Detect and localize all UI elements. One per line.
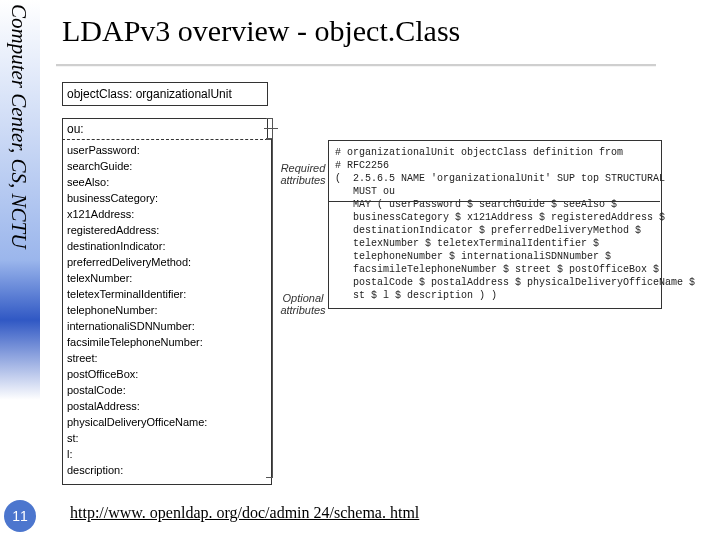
title-divider [56, 64, 656, 66]
org-name-vertical: Computer Center, CS, NCTU [6, 4, 31, 248]
attribute-item: registeredAddress: [67, 222, 267, 238]
label-optional: Optionalattributes [278, 292, 328, 316]
attribute-item: description: [67, 462, 267, 478]
brace-required [266, 118, 273, 140]
attribute-item: teletexTerminalIdentifier: [67, 286, 267, 302]
brace-optional [266, 138, 273, 478]
attribute-item: businessCategory: [67, 190, 267, 206]
required-attribute-box: ou: [62, 118, 268, 140]
attribute-item: postalCode: [67, 382, 267, 398]
objectclass-header-box: objectClass: organizationalUnit [62, 82, 268, 106]
attribute-item: postalAddress: [67, 398, 267, 414]
attribute-item: street: [67, 350, 267, 366]
attribute-item: seeAlso: [67, 174, 267, 190]
attribute-item: telephoneNumber: [67, 302, 267, 318]
attribute-item: physicalDeliveryOfficeName: [67, 414, 267, 430]
attribute-item: facsimileTelephoneNumber: [67, 334, 267, 350]
objectclass-header-text: objectClass: organizationalUnit [67, 87, 232, 101]
attribute-item: st: [67, 430, 267, 446]
required-attribute-text: ou: [67, 122, 84, 136]
footer-url: http://www. openldap. org/doc/admin 24/s… [70, 504, 419, 522]
attribute-item: userPassword: [67, 142, 267, 158]
attribute-item: x121Address: [67, 206, 267, 222]
optional-attribute-box: userPassword:searchGuide:seeAlso:busines… [62, 138, 272, 485]
attribute-item: internationaliSDNNumber: [67, 318, 267, 334]
attribute-item: telexNumber: [67, 270, 267, 286]
attribute-item: postOfficeBox: [67, 366, 267, 382]
attribute-item: l: [67, 446, 267, 462]
schema-code-cutline [328, 201, 660, 202]
attribute-item: searchGuide: [67, 158, 267, 174]
page-number: 11 [4, 500, 36, 532]
diagram: objectClass: organizationalUnit ou: Requ… [62, 82, 660, 482]
schema-code-box: # organizationalUnit objectClass definit… [328, 140, 662, 309]
page-title: LDAPv3 overview - object.Class [62, 14, 460, 48]
attribute-item: preferredDeliveryMethod: [67, 254, 267, 270]
label-required: Requiredattributes [278, 162, 328, 186]
attribute-item: destinationIndicator: [67, 238, 267, 254]
